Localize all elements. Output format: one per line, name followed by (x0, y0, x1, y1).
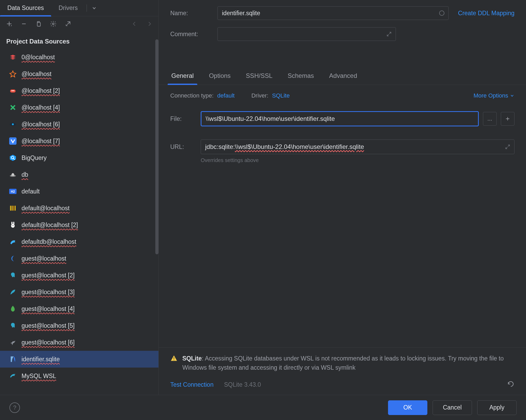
bird-icon (9, 338, 17, 346)
datasource-item[interactable]: @localhost [4] (0, 99, 158, 116)
datasource-item[interactable]: @localhost [6] (0, 116, 158, 133)
warning-title: SQLite (182, 355, 202, 362)
subtab-options[interactable]: Options (208, 72, 232, 85)
test-connection-link[interactable]: Test Connection (170, 381, 214, 388)
dragon-icon (9, 238, 17, 246)
driver-value[interactable]: SQLite (272, 92, 290, 99)
more-options-link[interactable]: More Options (474, 92, 514, 99)
revert-button[interactable] (507, 381, 514, 388)
datasource-item[interactable]: @localhost (0, 66, 158, 82)
tab-data-sources[interactable]: Data Sources (0, 0, 51, 16)
datasource-item[interactable]: BigQuery (0, 149, 158, 166)
datasource-item[interactable]: guest@localhost [3] (0, 284, 158, 300)
datasource-item[interactable]: guest@localhost [2] (0, 267, 158, 284)
subtab-ssh-ssl[interactable]: SSH/SSL (245, 72, 273, 85)
url-prefix: jdbc:sqlite: (205, 143, 235, 150)
datasource-item-label: @localhost [7] (22, 138, 60, 145)
chevron-down-icon (510, 93, 514, 98)
remove-datasource-button[interactable] (20, 20, 28, 28)
name-label: Name: (170, 10, 217, 17)
create-ddl-mapping-link[interactable]: Create DDL Mapping (458, 10, 514, 17)
svg-rect-14 (13, 206, 14, 211)
datasource-item-label: guest@localhost (22, 255, 66, 262)
eleph-icon (9, 271, 17, 279)
section-title: Project Data Sources (0, 31, 158, 49)
datasource-item[interactable]: guest@localhost [6] (0, 334, 158, 351)
datasource-item[interactable]: identifier.sqlite (0, 351, 158, 368)
make-global-button[interactable] (64, 20, 72, 28)
v-icon (9, 137, 17, 145)
expand-url-icon[interactable] (504, 143, 511, 150)
moon-icon (9, 255, 17, 262)
cancel-button[interactable]: Cancel (433, 400, 472, 415)
connection-type-value[interactable]: default (217, 92, 235, 99)
sidebar-toolbar (0, 16, 158, 31)
url-hint: Overrides settings above (201, 157, 514, 163)
h2-icon: H2 (9, 187, 17, 195)
datasource-item[interactable]: H2default (0, 183, 158, 200)
svg-point-18 (13, 222, 14, 225)
datasource-item[interactable]: defaultdb@localhost (0, 233, 158, 250)
datasource-item[interactable]: guest@localhost [5] (0, 317, 158, 334)
tab-drivers[interactable]: Drivers (51, 0, 85, 16)
datasource-item-label: default (22, 188, 40, 195)
datasource-item[interactable]: MySQL WSL (0, 368, 158, 384)
comment-label: Comment: (170, 31, 217, 38)
expand-comment-icon[interactable] (385, 30, 393, 38)
add-file-button[interactable] (501, 112, 514, 126)
tab-divider (87, 4, 87, 12)
datasource-item-label: guest@localhost [6] (22, 339, 75, 346)
datasource-item-label: guest@localhost [4] (22, 305, 75, 313)
sidebar-tabs: Data Sources Drivers (0, 0, 158, 16)
comment-input[interactable] (217, 27, 396, 41)
datasource-item[interactable]: default@localhost [2] (0, 217, 158, 233)
driver-label: Driver: (251, 92, 268, 99)
subtab-advanced[interactable]: Advanced (328, 72, 358, 85)
scrollbar-thumb[interactable] (155, 39, 158, 254)
svg-text:H2: H2 (11, 190, 15, 193)
datasource-item[interactable]: default@localhost (0, 200, 158, 217)
datasource-item-label: default@localhost (22, 205, 70, 212)
svg-rect-13 (12, 206, 13, 211)
datasource-item-label: 0@localhost (22, 54, 55, 61)
datasource-item-label: @localhost [4] (22, 104, 60, 111)
datasource-item-label: guest@localhost [2] (22, 272, 75, 279)
settings-button[interactable] (49, 20, 57, 28)
svg-marker-7 (10, 155, 16, 161)
nav-back-button[interactable] (131, 20, 139, 28)
copy-datasource-button[interactable] (35, 20, 42, 28)
ok-button[interactable]: OK (388, 400, 427, 415)
subtabs: General Options SSH/SSL Schemas Advanced (159, 67, 526, 85)
help-button[interactable]: ? (9, 402, 20, 413)
apply-button[interactable]: Apply (477, 400, 517, 415)
name-input[interactable] (217, 6, 449, 20)
datasource-item[interactable]: db (0, 166, 158, 183)
color-picker-icon[interactable] (438, 9, 445, 17)
nav-forward-button[interactable] (145, 20, 153, 28)
svg-rect-15 (15, 206, 16, 211)
datasource-item[interactable]: @localhost [2] (0, 82, 158, 99)
datasource-item[interactable]: guest@localhost [4] (0, 300, 158, 317)
redis-icon (9, 53, 17, 61)
bottom-bar: ? OK Cancel Apply (0, 395, 526, 420)
datasource-item-label: db (22, 171, 28, 178)
warning-text: SQLite: Accessing SQLite databases under… (182, 354, 514, 373)
content-panel: Name: Create DDL Mapping Comment: (159, 0, 526, 395)
datasource-item[interactable]: 0@localhost (0, 49, 158, 66)
datasource-item-label: guest@localhost [3] (22, 289, 75, 296)
tab-data-sources-label: Data Sources (7, 4, 44, 12)
subtab-general[interactable]: General (170, 72, 195, 85)
file-path-input[interactable] (201, 111, 479, 126)
subtab-schemas[interactable]: Schemas (287, 72, 315, 85)
datasource-item[interactable]: guest@localhost (0, 250, 158, 267)
browse-file-button[interactable]: ... (483, 112, 497, 126)
tab-overflow-icon[interactable] (88, 6, 100, 11)
svg-point-21 (439, 11, 444, 15)
datasource-item[interactable]: @localhost [7] (0, 133, 158, 149)
datasource-item-label: guest@localhost [5] (22, 322, 75, 329)
datasource-item-label: BigQuery (22, 154, 47, 161)
url-input[interactable]: jdbc:sqlite:\\wsl$\Ubuntu-22.04\home\use… (201, 139, 514, 154)
datasource-item-label: defaultdb@localhost (22, 238, 76, 245)
svg-rect-6 (9, 137, 17, 145)
add-datasource-button[interactable] (5, 20, 13, 28)
